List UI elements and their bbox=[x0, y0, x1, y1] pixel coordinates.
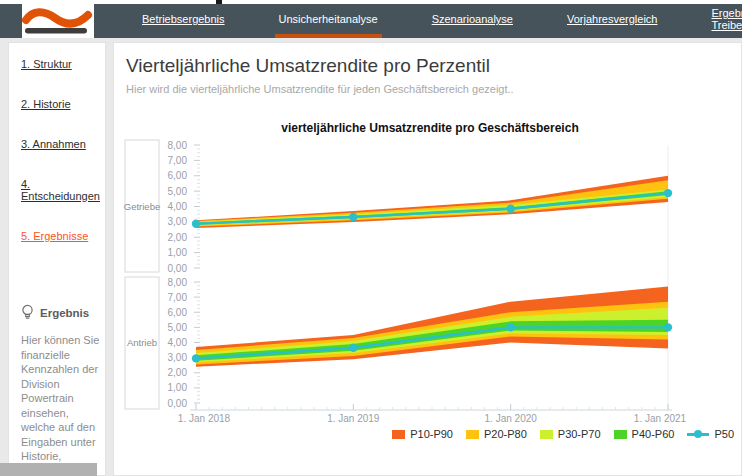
lightbulb-icon bbox=[21, 304, 34, 321]
legend-label: P10-P90 bbox=[410, 428, 453, 440]
tab-vorjahresvergleich[interactable]: Vorjahresvergleich bbox=[563, 4, 662, 38]
tab-unsicherheitanalyse[interactable]: Unsicherheitanalyse bbox=[275, 4, 382, 38]
legend-label: P50 bbox=[714, 428, 734, 440]
sidebar-info-text: Hier können Sie finanzielle Kennzahlen d… bbox=[21, 333, 103, 476]
legend-item-p40-p60[interactable]: P40-P60 bbox=[614, 428, 675, 440]
app-header: BetriebsergebnisUnsicherheitanalyseSzena… bbox=[0, 4, 742, 38]
sidebar-steps: 1. Struktur2. Historie3. Annahmen4. Ents… bbox=[21, 58, 97, 242]
main-content: Vierteljährliche Umsatzrendite pro Perze… bbox=[113, 42, 742, 476]
tab-ergebnis-treiberbaum[interactable]: Ergebnis Treiberbaum bbox=[707, 4, 742, 38]
chart-title: vierteljährliche Umsatzrendite pro Gesch… bbox=[191, 121, 669, 135]
legend-swatch-icon bbox=[392, 430, 405, 439]
tab-label: Betriebsergebnis bbox=[142, 13, 225, 25]
legend-item-p10-p90[interactable]: P10-P90 bbox=[392, 428, 453, 440]
sidebar-item-entscheidungen[interactable]: 4. Entscheidungen bbox=[21, 178, 97, 202]
tab-betriebsergebnis[interactable]: Betriebsergebnis bbox=[138, 4, 229, 38]
sidebar-info-title: Ergebnis bbox=[40, 307, 89, 319]
tab-label: Vorjahresvergleich bbox=[567, 13, 658, 25]
sidebar-item-annahmen[interactable]: 3. Annahmen bbox=[21, 138, 97, 150]
tab-label: Ergebnis Treiberbaum bbox=[711, 7, 742, 31]
horizontal-scrollbar-thumb[interactable] bbox=[0, 463, 97, 476]
tab-label: Unsicherheitanalyse bbox=[279, 13, 378, 25]
legend-median-line-icon bbox=[687, 430, 709, 439]
legend-item-p20-p80[interactable]: P20-P80 bbox=[466, 428, 527, 440]
tab-szenarioanalyse[interactable]: Szenarioanalyse bbox=[428, 4, 517, 38]
chart-legend: P10-P90P20-P80P30-P70P40-P60P50 bbox=[392, 428, 734, 440]
sidebar-item-historie[interactable]: 2. Historie bbox=[21, 98, 97, 110]
sidebar: 1. Struktur2. Historie3. Annahmen4. Ents… bbox=[8, 42, 106, 476]
sidebar-info: Ergebnis Hier können Sie finanzielle Ken… bbox=[21, 304, 97, 476]
legend-swatch-icon bbox=[540, 430, 553, 439]
legend-label: P30-P70 bbox=[558, 428, 601, 440]
legend-label: P40-P60 bbox=[632, 428, 675, 440]
page-title: Vierteljährliche Umsatzrendite pro Perze… bbox=[126, 55, 490, 77]
main-nav: BetriebsergebnisUnsicherheitanalyseSzena… bbox=[138, 4, 742, 38]
sidebar-item-ergebnisse[interactable]: 5. Ergebnisse bbox=[21, 230, 97, 242]
page-subtitle: Hier wird die vierteljährliche Umsatzren… bbox=[126, 83, 514, 95]
legend-swatch-icon bbox=[466, 430, 479, 439]
legend-label: P20-P80 bbox=[484, 428, 527, 440]
tab-label: Szenarioanalyse bbox=[432, 13, 513, 25]
legend-item-p30-p70[interactable]: P30-P70 bbox=[540, 428, 601, 440]
legend-swatch-icon bbox=[614, 430, 627, 439]
legend-item-p50[interactable]: P50 bbox=[687, 428, 734, 440]
sidebar-item-struktur[interactable]: 1. Struktur bbox=[21, 58, 97, 70]
logo-wave-icon bbox=[22, 7, 94, 35]
app-logo[interactable] bbox=[22, 4, 94, 38]
